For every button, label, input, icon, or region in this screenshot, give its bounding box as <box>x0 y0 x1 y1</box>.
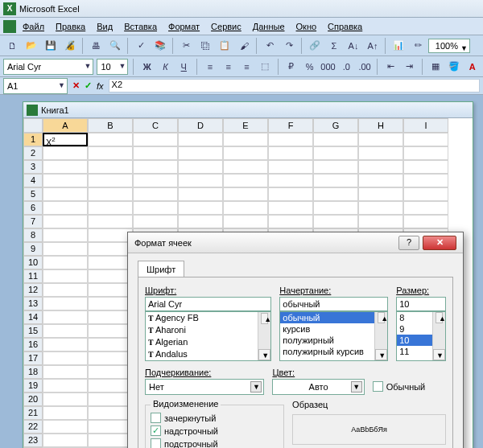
cell[interactable] <box>43 351 88 365</box>
superscript-checkbox[interactable]: ✓надстрочный <box>151 425 279 436</box>
enter-formula-icon[interactable]: ✓ <box>85 80 92 91</box>
style-option[interactable]: курсив <box>280 323 387 335</box>
tab-font[interactable]: Шрифт <box>138 261 184 277</box>
col-header-a[interactable]: A <box>43 118 88 133</box>
dialog-close-button[interactable]: ✕ <box>423 236 456 250</box>
cell[interactable] <box>178 146 223 160</box>
cell[interactable] <box>88 324 133 338</box>
cell[interactable] <box>43 269 88 283</box>
cell[interactable] <box>313 215 358 228</box>
cell[interactable] <box>88 215 133 228</box>
cell[interactable] <box>43 283 88 297</box>
cell[interactable] <box>43 187 88 201</box>
comma-icon[interactable]: 000 <box>320 58 336 76</box>
cell[interactable] <box>403 174 448 187</box>
inc-decimal-icon[interactable]: .0 <box>339 58 354 76</box>
cell[interactable] <box>268 174 313 187</box>
col-header-e[interactable]: E <box>223 118 268 133</box>
redo-icon[interactable]: ↷ <box>280 37 298 55</box>
row-header[interactable]: 9 <box>23 242 43 256</box>
select-all-corner[interactable] <box>23 118 43 133</box>
font-listbox[interactable]: Agency FB Aharoni Algerian Andalus ▲▼ <box>145 311 271 361</box>
cell[interactable] <box>133 146 178 160</box>
style-option[interactable]: полужирный <box>280 335 387 346</box>
cell[interactable] <box>313 160 358 174</box>
cell[interactable] <box>223 201 268 215</box>
cell[interactable] <box>43 297 88 310</box>
cell[interactable] <box>43 174 88 187</box>
research-icon[interactable]: 📚 <box>151 37 169 55</box>
new-icon[interactable]: 🗋 <box>3 37 21 55</box>
underline-dropdown[interactable]: Нет▼ <box>145 379 264 395</box>
cell[interactable] <box>403 201 448 215</box>
cell[interactable] <box>43 242 88 256</box>
dec-indent-icon[interactable]: ⇤ <box>383 58 398 76</box>
italic-icon[interactable]: К <box>158 58 173 76</box>
cell[interactable] <box>133 160 178 174</box>
cell[interactable]: X2 <box>43 133 88 146</box>
dialog-titlebar[interactable]: Формат ячеек ? ✕ <box>128 232 463 253</box>
cell[interactable] <box>403 160 448 174</box>
row-header[interactable]: 13 <box>23 297 43 310</box>
cell[interactable] <box>268 146 313 160</box>
style-option[interactable]: полужирный курсив <box>280 346 387 357</box>
sort-desc-icon[interactable]: A↑ <box>364 37 382 55</box>
cell[interactable] <box>358 201 403 215</box>
row-header[interactable]: 21 <box>23 406 43 420</box>
font-option[interactable]: Aharoni <box>146 324 270 336</box>
cell[interactable] <box>313 146 358 160</box>
chart-icon[interactable]: 📊 <box>390 37 407 55</box>
cell[interactable] <box>88 187 133 201</box>
zoom-combo[interactable]: 100%▼ <box>428 39 470 53</box>
cell[interactable] <box>268 133 313 146</box>
cell[interactable] <box>223 146 268 160</box>
paste-icon[interactable]: 📋 <box>216 37 233 55</box>
cell[interactable] <box>43 201 88 215</box>
cell[interactable] <box>178 201 223 215</box>
cell[interactable] <box>43 393 88 406</box>
cell[interactable] <box>223 174 268 187</box>
cell[interactable] <box>43 379 88 393</box>
undo-icon[interactable]: ↶ <box>261 37 279 55</box>
cell[interactable] <box>88 256 133 269</box>
menu-insert[interactable]: Вставка <box>119 20 162 33</box>
cell[interactable] <box>88 351 133 365</box>
font-option[interactable]: Agency FB <box>146 312 270 324</box>
cell[interactable] <box>268 187 313 201</box>
cell[interactable] <box>358 160 403 174</box>
font-name-combo[interactable]: Arial Cyr▼ <box>3 59 93 75</box>
col-header-i[interactable]: I <box>403 118 448 133</box>
row-header[interactable]: 8 <box>23 228 43 242</box>
cell[interactable] <box>43 406 88 420</box>
style-option[interactable]: обычный <box>280 312 387 323</box>
cell[interactable] <box>358 174 403 187</box>
cell[interactable] <box>268 201 313 215</box>
row-header[interactable]: 23 <box>23 434 43 447</box>
cell[interactable] <box>88 406 133 420</box>
cell[interactable] <box>88 393 133 406</box>
row-header[interactable]: 4 <box>23 174 43 187</box>
cut-icon[interactable]: ✂ <box>177 37 195 55</box>
size-listbox[interactable]: 8 9 10 11 ▲▼ <box>396 311 446 361</box>
currency-icon[interactable]: ₽ <box>284 58 299 76</box>
row-header[interactable]: 2 <box>23 146 43 160</box>
workbook-titlebar[interactable]: Книга1 <box>23 102 473 118</box>
row-header[interactable]: 17 <box>23 351 43 365</box>
align-right-icon[interactable]: ≡ <box>239 58 254 76</box>
borders-icon[interactable]: ▦ <box>428 58 444 76</box>
cell[interactable] <box>43 215 88 228</box>
copy-icon[interactable]: ⿻ <box>196 37 214 55</box>
cell[interactable] <box>178 174 223 187</box>
open-icon[interactable]: 📂 <box>23 37 40 55</box>
cell[interactable] <box>43 365 88 379</box>
fill-color-icon[interactable]: 🪣 <box>446 58 461 76</box>
cell[interactable] <box>88 269 133 283</box>
merge-icon[interactable]: ⬚ <box>258 58 273 76</box>
row-header[interactable]: 6 <box>23 201 43 215</box>
cell[interactable] <box>403 187 448 201</box>
cell[interactable] <box>313 201 358 215</box>
bold-icon[interactable]: Ж <box>139 58 155 76</box>
cell[interactable] <box>88 146 133 160</box>
cell[interactable] <box>88 297 133 310</box>
row-header[interactable]: 5 <box>23 187 43 201</box>
